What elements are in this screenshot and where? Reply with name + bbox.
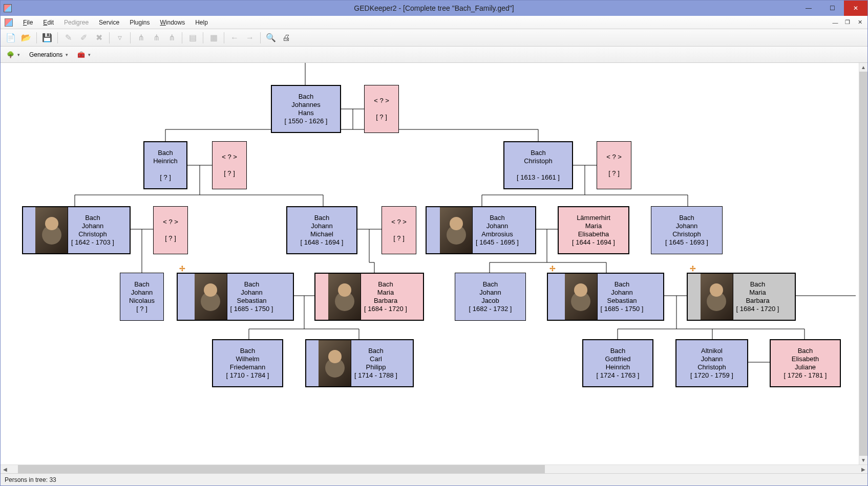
- connections-svg: [1, 63, 867, 465]
- node-johann-christoph-altnikol[interactable]: Altnikol Johann Christoph [ 1720 - 1759 …: [675, 339, 748, 387]
- main-toolbar: 📄 📂 💾 ✎ ✐ ✖ ▿ ⋔ ⋔ ⋔ ▤ ▦ ← → 🔍 🖨: [1, 29, 867, 47]
- scroll-right-icon[interactable]: ▶: [859, 465, 867, 473]
- print-icon[interactable]: 🖨: [279, 31, 293, 45]
- node-maria-elisabetha-laemmerhirt[interactable]: Lämmerhirt Maria Elisabetha [ 1644 - 169…: [558, 206, 629, 254]
- scroll-down-icon[interactable]: ▼: [859, 456, 867, 465]
- scroll-thumb[interactable]: [18, 465, 545, 473]
- menubar: File Edit Pedigree Service Plugins Windo…: [1, 16, 867, 29]
- node-johann-jacob-bach[interactable]: Bach Johann Jacob [ 1682 - 1732 ]: [455, 273, 526, 321]
- node-johann-sebastian-bach[interactable]: Bach Johann Sebastian [ 1685 - 1750 ]: [177, 273, 294, 321]
- generations-dropdown[interactable]: Generations: [26, 48, 71, 61]
- edit-record-icon[interactable]: ✐: [76, 31, 91, 45]
- tree-mode-icon: 🌳: [7, 51, 14, 58]
- node-johann-ambrosius-bach[interactable]: Bach Johann Ambrosius [ 1645 - 1695 ]: [426, 206, 536, 254]
- expand-icon[interactable]: ✢: [548, 265, 557, 273]
- app-icon: [4, 4, 12, 12]
- tree-descendants-icon[interactable]: ⋔: [149, 31, 163, 45]
- node-unknown-spouse-jm[interactable]: < ? > [ ? ]: [382, 206, 416, 254]
- toolbar-separator: [130, 32, 131, 43]
- generations-label: Generations: [29, 51, 62, 58]
- portrait-icon: [328, 274, 361, 320]
- tree-options-button[interactable]: 🧰: [74, 48, 94, 61]
- menu-edit[interactable]: Edit: [38, 17, 59, 28]
- expand-icon[interactable]: ✢: [178, 265, 186, 273]
- save-icon[interactable]: 💾: [40, 31, 54, 45]
- nav-forward-icon[interactable]: →: [243, 31, 257, 45]
- node-carl-philipp-bach[interactable]: Bach Carl Philipp [ 1714 - 1788 ]: [305, 339, 414, 387]
- menu-plugins[interactable]: Plugins: [124, 17, 155, 28]
- node-unknown-spouse-1[interactable]: < ? > [ ? ]: [364, 85, 399, 133]
- toolbar-separator: [109, 32, 110, 43]
- maximize-button[interactable]: ☐: [820, 1, 844, 16]
- node-maria-barbara-bach[interactable]: Bach Maria Barbara [ 1684 - 1720 ]: [314, 273, 424, 321]
- stats-icon[interactable]: ▦: [206, 31, 221, 45]
- node-johann-christoph-bach-1642[interactable]: Bach Johann Christoph [ 1642 - 1703 ]: [22, 206, 131, 254]
- node-unknown-spouse-jc1[interactable]: < ? > [ ? ]: [153, 206, 188, 254]
- menu-windows[interactable]: Windows: [155, 17, 190, 28]
- statusbar: Persons in tree: 33: [1, 473, 867, 485]
- toolbar-separator: [36, 32, 37, 43]
- node-unknown-spouse-heinrich[interactable]: < ? > [ ? ]: [212, 141, 247, 189]
- open-file-icon[interactable]: 📂: [19, 31, 33, 45]
- node-elisabeth-juliane-bach[interactable]: Bach Elisabeth Juliane [ 1726 - 1781 ]: [770, 339, 841, 387]
- tree-options-icon: 🧰: [77, 51, 85, 58]
- new-file-icon[interactable]: 📄: [4, 31, 18, 45]
- portrait-icon: [701, 274, 733, 320]
- scroll-thumb[interactable]: [859, 72, 867, 456]
- tree-mode-button[interactable]: 🌳: [4, 48, 23, 61]
- pedigree-icon[interactable]: ▤: [185, 31, 200, 45]
- print-preview-icon[interactable]: 🔍: [264, 31, 278, 45]
- node-johann-sebastian-bach-dup[interactable]: Bach Johann Sebastian [ 1685 - 1750 ]: [547, 273, 664, 321]
- scroll-left-icon[interactable]: ◀: [1, 465, 9, 473]
- portrait-icon: [319, 340, 351, 386]
- menu-help[interactable]: Help: [190, 17, 213, 28]
- mdi-buttons: — ❐ ✕: [831, 18, 864, 27]
- node-johann-michael-bach[interactable]: Bach Johann Michael [ 1648 - 1694 ]: [286, 206, 357, 254]
- status-persons-count: Persons in tree: 33: [5, 476, 56, 483]
- mdi-restore[interactable]: ❐: [843, 18, 852, 27]
- titlebar: GEDKeeper2 - [Complete tree "Bach_Family…: [1, 1, 867, 16]
- window-title: GEDKeeper2 - [Complete tree "Bach_Family…: [354, 4, 514, 12]
- portrait-icon: [440, 207, 473, 253]
- mdi-close[interactable]: ✕: [855, 18, 864, 27]
- close-button[interactable]: ✕: [844, 1, 867, 16]
- app-menu-icon[interactable]: [5, 18, 13, 27]
- toolbar-separator: [182, 32, 182, 43]
- expand-icon[interactable]: ✢: [689, 265, 697, 273]
- menu-file[interactable]: File: [18, 17, 38, 28]
- menu-service[interactable]: Service: [94, 17, 124, 28]
- mdi-minimize[interactable]: —: [831, 18, 840, 27]
- toolbar-separator: [57, 32, 58, 43]
- portrait-icon: [565, 274, 598, 320]
- tree-canvas-area: Bach Johannes Hans [ 1550 - 1626 ] < ? >…: [1, 63, 867, 465]
- scroll-track[interactable]: [9, 465, 859, 473]
- node-johannes-hans-bach[interactable]: Bach Johannes Hans [ 1550 - 1626 ]: [271, 85, 341, 133]
- node-johann-christoph-bach-1645[interactable]: Bach Johann Christoph [ 1645 - 1693 ]: [651, 206, 723, 254]
- vertical-scrollbar[interactable]: ▲ ▼: [859, 63, 867, 465]
- window-system-buttons: — ☐ ✕: [797, 1, 867, 16]
- portrait-icon: [195, 274, 227, 320]
- tree-toolbar: 🌳 Generations 🧰: [1, 47, 867, 63]
- node-johann-nicolaus-bach[interactable]: Bach Johann Nicolaus [ ? ]: [120, 273, 164, 321]
- tree-ancestors-icon[interactable]: ⋔: [134, 31, 148, 45]
- toolbar-separator: [224, 32, 224, 43]
- scroll-up-icon[interactable]: ▲: [859, 63, 867, 72]
- node-unknown-spouse-christoph[interactable]: < ? > [ ? ]: [597, 141, 631, 189]
- node-christoph-bach[interactable]: Bach Christoph [ 1613 - 1661 ]: [503, 141, 573, 189]
- filter-icon[interactable]: ▿: [113, 31, 127, 45]
- node-wilhelm-friedemann-bach[interactable]: Bach Wilhelm Friedemann [ 1710 - 1784 ]: [212, 339, 283, 387]
- node-heinrich-bach[interactable]: Bach Heinrich [ ? ]: [143, 141, 187, 189]
- node-gottfried-heinrich-bach[interactable]: Bach Gottfried Heinrich [ 1724 - 1763 ]: [582, 339, 653, 387]
- tree-both-icon[interactable]: ⋔: [164, 31, 179, 45]
- delete-record-icon[interactable]: ✖: [92, 31, 106, 45]
- horizontal-scrollbar[interactable]: ◀ ▶: [1, 465, 867, 473]
- tree-canvas[interactable]: Bach Johannes Hans [ 1550 - 1626 ] < ? >…: [1, 63, 867, 465]
- minimize-button[interactable]: —: [797, 1, 820, 16]
- node-maria-barbara-bach-dup[interactable]: Bach Maria Barbara [ 1684 - 1720 ]: [687, 273, 796, 321]
- app-window: GEDKeeper2 - [Complete tree "Bach_Family…: [0, 0, 868, 486]
- menu-pedigree: Pedigree: [59, 17, 94, 28]
- nav-back-icon[interactable]: ←: [227, 31, 242, 45]
- portrait-icon: [35, 207, 68, 253]
- add-record-icon[interactable]: ✎: [61, 31, 75, 45]
- toolbar-separator: [203, 32, 203, 43]
